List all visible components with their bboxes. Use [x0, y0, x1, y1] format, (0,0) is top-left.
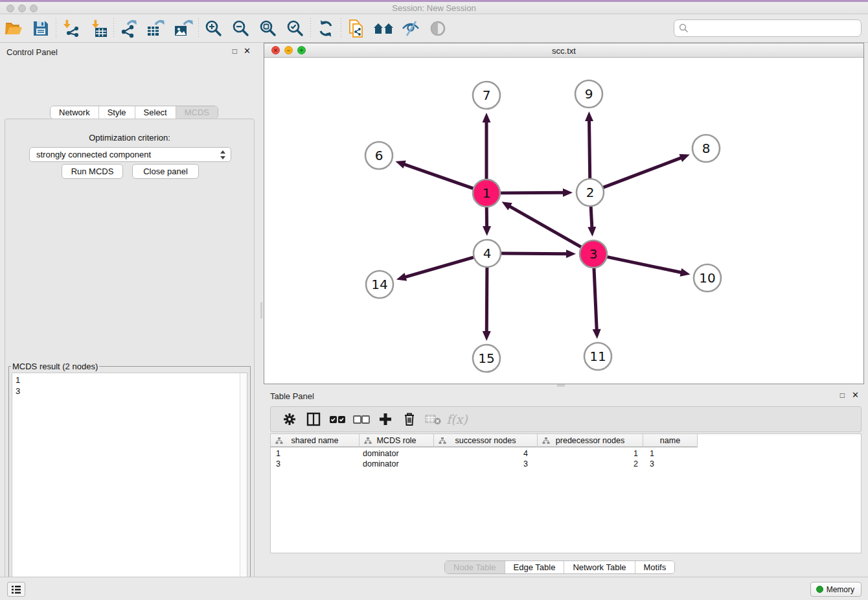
zoom-selected-icon[interactable]: [282, 17, 309, 40]
add-column-icon[interactable]: [373, 410, 397, 429]
toggle-column-view-icon[interactable]: [301, 410, 325, 429]
node-label: 11: [589, 349, 606, 364]
tab-node-table[interactable]: Node Table: [445, 561, 505, 573]
cell-successor-nodes[interactable]: 3: [434, 459, 538, 469]
deselect-all-icon[interactable]: [349, 410, 373, 429]
export-image-icon[interactable]: [170, 17, 197, 40]
apply-layout-icon[interactable]: [312, 17, 339, 40]
column-header-shared-name[interactable]: shared name: [271, 434, 360, 447]
column-header-label: predecessor nodes: [556, 436, 624, 445]
edge-2-8[interactable]: [602, 157, 682, 188]
column-header-label: MCDS role: [376, 436, 416, 445]
cell-name[interactable]: 3: [643, 459, 698, 469]
import-table-icon[interactable]: [85, 17, 112, 40]
search-icon: [679, 23, 689, 33]
hide-selected-icon[interactable]: [397, 17, 424, 40]
edge-arrow-icon: [395, 161, 405, 168]
edge-4-3[interactable]: [500, 253, 567, 254]
column-header-label: successor nodes: [455, 436, 516, 445]
node-label: 14: [371, 277, 387, 292]
close-panel-icon[interactable]: ✕: [244, 47, 251, 55]
search-input[interactable]: [674, 19, 862, 37]
cell-predecessor-nodes[interactable]: 2: [538, 459, 643, 469]
node-label: 3: [589, 246, 598, 262]
clone-network-icon[interactable]: [343, 17, 370, 40]
export-network-icon[interactable]: [115, 17, 143, 40]
table-options-icon[interactable]: [277, 410, 301, 429]
import-network-icon[interactable]: [58, 17, 85, 40]
save-session-icon[interactable]: [27, 17, 54, 40]
show-all-icon[interactable]: [424, 17, 451, 40]
vertical-splitter[interactable]: [259, 43, 264, 577]
cell-MCDS-role[interactable]: dominator: [360, 448, 434, 459]
network-canvas[interactable]: 7968124314101511: [264, 58, 863, 384]
fx-label: f(x): [446, 412, 468, 426]
column-header-predecessor-nodes[interactable]: predecessor nodes: [538, 434, 643, 447]
tab-network[interactable]: Network: [51, 106, 98, 119]
tab-edge-table[interactable]: Edge Table: [505, 561, 564, 573]
tab-motifs[interactable]: Motifs: [635, 561, 675, 573]
cell-shared-name[interactable]: 3: [271, 459, 360, 469]
run-mcds-button[interactable]: Run MCDS: [62, 164, 123, 179]
tab-style[interactable]: Style: [98, 106, 135, 119]
tab-network-table[interactable]: Network Table: [564, 561, 634, 573]
edge-4-15[interactable]: [486, 266, 487, 332]
column-header-successor-nodes[interactable]: successor nodes: [434, 434, 538, 447]
edge-arrow-icon: [483, 226, 491, 236]
node-label: 10: [699, 270, 715, 286]
close-panel-button[interactable]: Close panel: [132, 164, 199, 179]
edge-3-1[interactable]: [509, 206, 582, 248]
tab-select[interactable]: Select: [135, 106, 176, 119]
zoom-fit-icon[interactable]: [255, 17, 282, 40]
table-header-row: shared nameMCDS rolesuccessor nodesprede…: [271, 434, 698, 447]
network-window-titlebar[interactable]: ✕ − + scc.txt: [264, 43, 863, 58]
table-row[interactable]: 3dominator323: [271, 459, 698, 469]
open-session-icon[interactable]: [0, 17, 27, 40]
tab-mcds[interactable]: MCDS: [176, 106, 218, 119]
column-header-name[interactable]: name: [643, 434, 698, 447]
mcds-result-box[interactable]: 1 3: [12, 373, 247, 600]
edge-4-14[interactable]: [404, 257, 474, 277]
node-label: 7: [483, 87, 491, 103]
table-float-panel-icon[interactable]: □: [840, 391, 845, 399]
memory-button[interactable]: Memory: [810, 582, 862, 597]
select-all-icon[interactable]: [325, 410, 349, 429]
edge-3-11[interactable]: [594, 267, 597, 330]
cell-MCDS-role[interactable]: dominator: [360, 459, 434, 469]
node-table[interactable]: shared nameMCDS rolesuccessor nodesprede…: [270, 433, 862, 553]
function-builder-icon[interactable]: f(x): [445, 410, 469, 429]
mcds-result-text: 1 3: [16, 375, 20, 397]
table-close-panel-icon[interactable]: ✕: [852, 391, 859, 399]
edge-3-10[interactable]: [606, 257, 682, 273]
zoom-out-icon[interactable]: [227, 17, 255, 40]
export-table-icon[interactable]: [143, 17, 170, 40]
zoom-in-icon[interactable]: [200, 17, 227, 40]
cell-name[interactable]: 1: [643, 448, 698, 459]
cell-shared-name[interactable]: 1: [271, 448, 360, 459]
edge-1-2[interactable]: [499, 192, 564, 193]
node-label: 4: [483, 246, 492, 261]
column-header-MCDS-role[interactable]: MCDS role: [360, 434, 434, 447]
result-scrollbar[interactable]: [240, 373, 247, 600]
edge-arrow-icon: [585, 111, 593, 121]
edge-1-6[interactable]: [404, 164, 474, 189]
cell-successor-nodes[interactable]: 4: [434, 448, 538, 459]
delete-column-icon[interactable]: [397, 410, 421, 429]
column-header-label: name: [660, 436, 680, 445]
edge-2-9[interactable]: [589, 120, 590, 179]
memory-label: Memory: [827, 585, 854, 594]
select-stepper-icon: [220, 150, 226, 160]
criterion-value: strongly connected component: [36, 150, 151, 159]
float-panel-icon[interactable]: □: [233, 47, 237, 55]
task-history-button[interactable]: [7, 582, 25, 597]
delete-table-icon[interactable]: [421, 410, 445, 429]
column-header-label: shared name: [291, 436, 339, 445]
edge-2-3[interactable]: [591, 205, 592, 228]
cell-predecessor-nodes[interactable]: 1: [538, 448, 643, 459]
node-label: 1: [483, 185, 491, 201]
memory-status-icon: [816, 586, 823, 593]
session-title: Session: New Session: [0, 3, 868, 13]
optimization-criterion-select[interactable]: strongly connected component: [29, 147, 231, 162]
table-row[interactable]: 1dominator411: [271, 448, 698, 459]
first-neighbors-icon[interactable]: [370, 17, 397, 40]
